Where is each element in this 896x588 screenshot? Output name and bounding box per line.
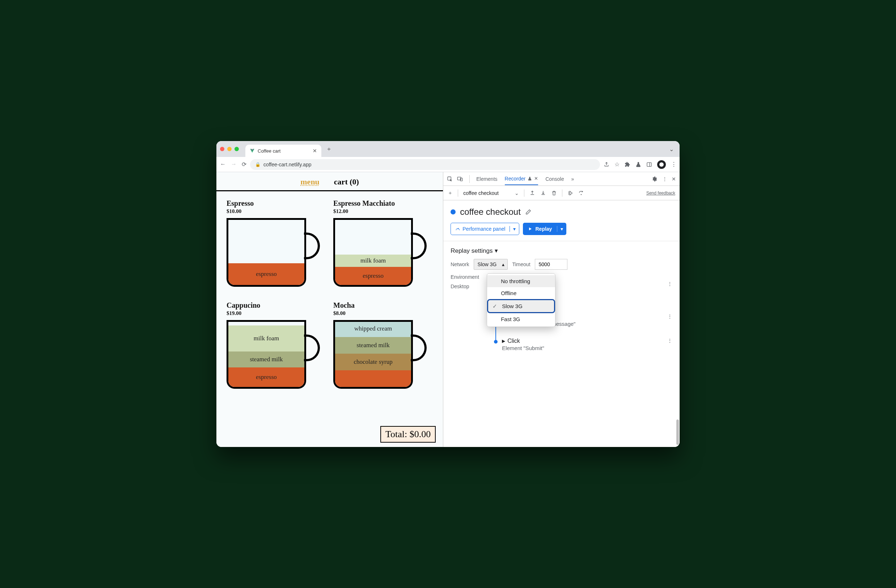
address-bar[interactable]: 🔒 coffee-cart.netlify.app <box>250 159 600 170</box>
extensions-icon[interactable] <box>625 162 630 167</box>
step-play-icon[interactable] <box>567 190 573 196</box>
cup-layer: espresso <box>335 267 411 285</box>
recorder-header: coffee checkout Performance panel ▾ <box>443 201 680 241</box>
product-price: $10.00 <box>227 208 326 214</box>
forward-icon[interactable]: → <box>231 161 237 168</box>
replay-settings-heading[interactable]: Replay settings ▾ <box>451 247 672 255</box>
edit-title-icon[interactable] <box>525 209 532 215</box>
cup-layer: milk foam <box>335 255 411 267</box>
cup-layer: steamed milk <box>229 351 304 368</box>
recording-select-caret-icon[interactable]: ⌄ <box>515 190 519 196</box>
expand-step-icon[interactable]: ▶ <box>502 339 505 343</box>
step-menu-icon[interactable]: ⋮ <box>667 281 672 287</box>
close-tab-icon[interactable]: ✕ <box>313 148 317 154</box>
svg-rect-0 <box>647 163 651 166</box>
network-dropdown: No throttling Offline Slow 3G Fast 3G <box>487 273 555 327</box>
nav-cart-link[interactable]: cart (0) <box>334 177 359 187</box>
timeout-label: Timeout <box>512 261 530 267</box>
side-panel-icon[interactable] <box>646 162 652 167</box>
more-tabs-icon[interactable]: » <box>571 173 574 185</box>
settings-gear-icon[interactable] <box>651 176 657 182</box>
delete-icon[interactable] <box>551 190 557 196</box>
window-controls <box>220 147 239 151</box>
minimize-window-icon[interactable] <box>227 147 232 151</box>
product-card[interactable]: Espresso$10.00espresso <box>227 199 326 290</box>
browser-tab[interactable]: Coffee cart ✕ <box>245 145 322 157</box>
cup-illustration: espresso <box>227 218 320 290</box>
product-name: Cappucino <box>227 301 326 310</box>
step-subtitle: Element "Submit" <box>502 345 544 351</box>
close-panel-tab-icon[interactable]: ✕ <box>534 176 538 181</box>
add-recording-icon[interactable]: ＋ <box>448 190 453 196</box>
recorder-toolbar: ＋ coffee checkout ⌄ <box>443 186 680 201</box>
product-price: $12.00 <box>333 208 433 214</box>
tab-console[interactable]: Console <box>546 173 564 185</box>
cup-illustration: milk foamsteamed milkespresso <box>227 320 320 392</box>
replay-button[interactable]: Replay ▾ <box>523 223 566 235</box>
product-name: Espresso Macchiato <box>333 199 433 208</box>
new-tab-button[interactable]: ＋ <box>324 144 334 154</box>
browser-menu-icon[interactable]: ⋮ <box>671 161 676 168</box>
timeout-input[interactable] <box>535 259 567 270</box>
replay-dropdown-icon[interactable]: ▾ <box>557 226 566 232</box>
product-price: $8.00 <box>333 310 433 316</box>
step-bullet-icon <box>494 340 498 343</box>
scrollbar-thumb[interactable] <box>677 419 679 445</box>
browser-toolbar: ← → ⟳ 🔒 coffee-cart.netlify.app ☆ ⋮ <box>216 157 680 172</box>
tab-elements[interactable]: Elements <box>476 173 497 185</box>
performance-panel-button[interactable]: Performance panel ▾ <box>451 223 519 235</box>
cup-layer: milk foam <box>229 325 304 351</box>
vue-favicon-icon <box>250 148 255 153</box>
recording-indicator-icon <box>451 210 456 214</box>
gauge-icon <box>455 226 460 231</box>
play-icon <box>528 227 532 231</box>
product-name: Mocha <box>333 301 433 310</box>
tab-strip: Coffee cart ✕ ＋ ⌄ <box>216 141 680 157</box>
send-feedback-link[interactable]: Send feedback <box>646 191 675 196</box>
product-card[interactable]: Mocha$8.00whipped creamsteamed milkchoco… <box>333 301 433 392</box>
step-menu-icon[interactable]: ⋮ <box>667 338 672 343</box>
webpage: menu cart (0) Espresso$10.00espressoEspr… <box>216 172 443 447</box>
dropdown-option-slow-3g[interactable]: Slow 3G <box>487 299 555 313</box>
product-card[interactable]: Espresso Macchiato$12.00milk foamespress… <box>333 199 433 290</box>
close-window-icon[interactable] <box>220 147 224 151</box>
profile-avatar-icon[interactable] <box>657 160 666 169</box>
dropdown-option-fast-3g[interactable]: Fast 3G <box>487 313 555 325</box>
cup-layer: chocolate syrup <box>335 354 411 370</box>
back-icon[interactable]: ← <box>220 161 226 168</box>
step-over-icon[interactable] <box>578 190 584 196</box>
cup-layer <box>335 370 411 387</box>
devtools-menu-icon[interactable]: ⋮ <box>662 176 667 182</box>
inspect-icon[interactable] <box>447 176 453 182</box>
product-card[interactable]: Cappucino$19.00milk foamsteamed milkespr… <box>227 301 326 392</box>
tabs-dropdown-icon[interactable]: ⌄ <box>669 146 676 153</box>
collapse-caret-icon: ▾ <box>495 247 498 255</box>
dropdown-option-offline[interactable]: Offline <box>487 287 555 299</box>
close-devtools-icon[interactable]: ✕ <box>672 176 676 182</box>
device-toolbar-icon[interactable] <box>457 176 463 182</box>
cup-layer: espresso <box>229 263 304 285</box>
recording-select[interactable]: coffee checkout <box>463 190 499 196</box>
reload-icon[interactable]: ⟳ <box>242 161 247 168</box>
total-badge[interactable]: Total: $0.00 <box>380 426 436 443</box>
import-icon[interactable] <box>540 190 546 196</box>
step-menu-icon[interactable]: ⋮ <box>667 313 672 319</box>
product-grid: Espresso$10.00espressoEspresso Macchiato… <box>216 191 443 414</box>
devtools-tab-bar: Elements Recorder ✕ Console » ⋮ ✕ <box>443 172 680 186</box>
network-select[interactable]: Slow 3G ▴ <box>474 259 508 270</box>
star-icon[interactable]: ☆ <box>614 161 620 168</box>
export-icon[interactable] <box>529 190 535 196</box>
labs-icon[interactable] <box>635 162 641 167</box>
tab-recorder[interactable]: Recorder ✕ <box>505 173 538 185</box>
maximize-window-icon[interactable] <box>235 147 239 151</box>
cup-illustration: milk foamespresso <box>333 218 427 290</box>
flask-icon <box>527 176 532 181</box>
cup-layer: steamed milk <box>335 337 411 354</box>
nav-menu-link[interactable]: menu <box>300 177 320 187</box>
performance-dropdown-icon[interactable]: ▾ <box>509 226 519 232</box>
cup-layer: espresso <box>229 368 304 387</box>
desktop-label: Desktop <box>451 284 672 289</box>
share-icon[interactable] <box>603 162 610 167</box>
dropdown-option-no-throttling[interactable]: No throttling <box>487 275 555 287</box>
url-text: coffee-cart.netlify.app <box>264 162 312 167</box>
